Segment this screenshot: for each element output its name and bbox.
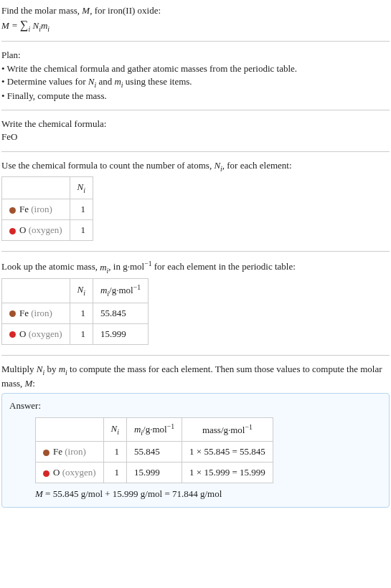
var-M: M: [25, 378, 33, 389]
el-symbol: Fe: [19, 204, 29, 214]
divider: [1, 251, 390, 252]
text: for each element in the periodic table:: [152, 262, 296, 272]
final-result: M = 55.845 g/mol + 15.999 g/mol = 71.844…: [35, 488, 382, 501]
eq-i: i: [47, 25, 50, 33]
chemical-formula: FeO: [1, 131, 390, 143]
text: by: [44, 364, 59, 374]
el-symbol: Fe: [19, 308, 29, 318]
divider: [1, 41, 390, 42]
text: using these items.: [123, 76, 192, 87]
element-dot-icon: [43, 450, 50, 456]
element-dot-icon: [9, 207, 16, 214]
text: Multiply: [1, 364, 37, 374]
el-symbol: O: [19, 224, 26, 235]
count-text: Use the chemical formula to count the nu…: [1, 159, 390, 174]
equation: M = ∑i Nimi: [1, 17, 390, 34]
element-cell: O (oxygen): [36, 463, 104, 483]
mass-cell: 1 × 55.845 = 55.845: [182, 442, 273, 463]
col-mass: mass/g·mol−1: [182, 417, 273, 442]
lookup-text: Look up the atomic mass, mi, in g·mol−1 …: [1, 259, 390, 275]
divider: [1, 151, 390, 152]
el-symbol: O: [19, 328, 26, 339]
element-dot-icon: [9, 310, 16, 317]
m-cell: 55.845: [126, 442, 182, 463]
element-dot-icon: [9, 228, 16, 234]
element-cell: O (oxygen): [2, 220, 70, 241]
element-cell: Fe (iron): [36, 442, 104, 463]
el-symbol: O: [53, 467, 60, 478]
exp: −1: [144, 260, 151, 267]
answer-box: Answer: Ni mi/g·mol−1 mass/g·mol−1 Fe (i…: [1, 393, 390, 507]
col-mi: mi/g·mol−1: [126, 417, 182, 442]
table-header-row: Ni mi/g·mol−1 mass/g·mol−1: [36, 417, 273, 442]
n-cell: 1: [70, 199, 93, 220]
n-cell: 1: [103, 463, 126, 483]
text: :: [32, 378, 35, 389]
col-Ni: Ni: [70, 279, 93, 303]
sigma-icon: ∑: [20, 19, 28, 31]
table-row: Fe (iron) 1 55.845: [2, 303, 149, 323]
text: Find the molar mass,: [1, 5, 82, 16]
n-cell: 1: [70, 323, 93, 344]
var-mi: mi: [100, 262, 108, 272]
element-dot-icon: [43, 470, 50, 477]
count-table: Ni Fe (iron) 1 O (oxygen) 1: [1, 176, 93, 242]
m-cell: 55.845: [93, 303, 148, 323]
text: • Determine values for: [1, 76, 88, 87]
text: and: [96, 76, 114, 87]
el-name: (iron): [31, 204, 52, 214]
answer-label: Answer:: [9, 399, 382, 412]
text: , for iron(II) oxide:: [90, 5, 161, 16]
table-row: O (oxygen) 1: [2, 220, 93, 241]
var-Ni: Ni: [37, 364, 44, 374]
multiply-text: Multiply Ni by mi to compute the mass fo…: [1, 363, 390, 390]
element-cell: Fe (iron): [2, 303, 70, 323]
final-text: = 55.845 g/mol + 15.999 g/mol = 71.844 g…: [43, 488, 222, 499]
el-name: (oxygen): [29, 224, 62, 235]
blank-header: [2, 279, 70, 303]
var-M: M: [35, 488, 43, 499]
divider: [1, 110, 390, 110]
element-cell: Fe (iron): [2, 199, 70, 220]
answer-table: Ni mi/g·mol−1 mass/g·mol−1 Fe (iron) 1 5…: [35, 417, 273, 484]
count-atoms: Use the chemical formula to count the nu…: [1, 158, 390, 246]
table-row: Fe (iron) 1 55.845 1 × 55.845 = 55.845: [36, 442, 273, 463]
plan: Plan: • Write the chemical formula and g…: [1, 47, 390, 104]
plan-item: • Finally, compute the mass.: [1, 90, 390, 103]
table-header-row: Ni: [2, 176, 93, 199]
element-cell: O (oxygen): [2, 323, 70, 344]
eq-N: N: [32, 20, 39, 31]
write-heading: Write the chemical formula:: [1, 118, 390, 131]
el-name: (iron): [31, 308, 52, 318]
el-name: (oxygen): [29, 328, 62, 339]
m-cell: 15.999: [93, 323, 148, 344]
eq-lhs: M =: [1, 20, 20, 31]
col-Ni: Ni: [70, 176, 93, 199]
m-cell: 15.999: [126, 463, 182, 483]
table-row: O (oxygen) 1 15.999: [2, 323, 149, 344]
text: Use the chemical formula to count the nu…: [1, 160, 214, 171]
el-name: (oxygen): [62, 467, 96, 478]
multiply-section: Multiply Ni by mi to compute the mass fo…: [1, 361, 390, 509]
intro: Find the molar mass, M, for iron(II) oxi…: [1, 3, 390, 35]
col-mi: mi/g·mol−1: [93, 279, 148, 303]
blank-header: [2, 176, 70, 199]
table-row: Fe (iron) 1: [2, 199, 93, 220]
lookup-mass: Look up the atomic mass, mi, in g·mol−1 …: [1, 257, 390, 349]
el-symbol: Fe: [53, 446, 62, 457]
mass-cell: 1 × 15.999 = 15.999: [182, 463, 273, 483]
table-row: O (oxygen) 1 15.999 1 × 15.999 = 15.999: [36, 463, 273, 483]
col-Ni: Ni: [103, 417, 126, 442]
divider: [1, 355, 390, 356]
element-dot-icon: [9, 331, 16, 338]
answer-content: Ni mi/g·mol−1 mass/g·mol−1 Fe (iron) 1 5…: [9, 417, 382, 501]
write-formula: Write the chemical formula: FeO: [1, 116, 390, 145]
table-header-row: Ni mi/g·mol−1: [2, 279, 149, 303]
plan-heading: Plan:: [1, 49, 390, 62]
el-name: (iron): [65, 446, 86, 457]
n-cell: 1: [103, 442, 126, 463]
n-cell: 1: [70, 220, 93, 241]
text: Look up the atomic mass,: [1, 262, 100, 272]
text: , for each element:: [222, 160, 292, 171]
var-Ni: Ni: [214, 160, 222, 171]
